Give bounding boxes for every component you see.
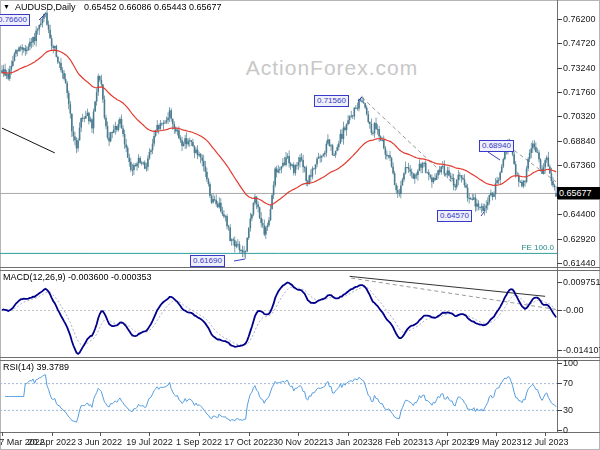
ohlc-readout: 0.65452 0.66086 0.65443 0.65677 xyxy=(84,2,222,12)
price-level-label-0.71560: 0.71560 xyxy=(314,95,349,107)
price-level-label-0.64570: 0.64570 xyxy=(437,210,472,222)
chart-window: ActionForex.com ▼ AUDUSD,Daily 0.65452 0… xyxy=(0,0,600,450)
date-axis-label: 13 Jan 2023 xyxy=(323,437,373,447)
price-axis-label: 0.64400 xyxy=(563,209,596,219)
symbol-dropdown-icon[interactable]: ▼ xyxy=(3,3,10,10)
price-level-label-0.61690: 0.61690 xyxy=(190,255,225,267)
rsi-axis-label: 30 xyxy=(563,405,573,415)
price-level-label-0.68940: 0.68940 xyxy=(479,140,514,152)
date-axis-label: 20 Apr 2022 xyxy=(27,437,76,447)
price-axis-label: 0.76200 xyxy=(563,14,596,24)
date-axis-label: 1 Sep 2022 xyxy=(176,437,222,447)
fibonacci-extension-label: FE 100.0 xyxy=(522,243,554,252)
macd-axis-label: -0.00 xyxy=(563,305,584,315)
price-axis-label: 0.71760 xyxy=(563,87,596,97)
macd-indicator-label: MACD(12,26,9) -0.003600 -0.000353 xyxy=(3,272,152,282)
price-axis-label: 0.68840 xyxy=(563,136,596,146)
current-price-tag: 0.65677 xyxy=(557,186,600,199)
price-chart-canvas[interactable] xyxy=(0,0,600,450)
price-axis-label: 0.61440 xyxy=(563,258,596,268)
rsi-axis-label: 0 xyxy=(563,425,568,435)
price-level-label-0.76600: 0.76600 xyxy=(0,14,30,26)
date-axis-label: 3 Jun 2022 xyxy=(77,437,122,447)
price-axis-label: 0.74720 xyxy=(563,38,596,48)
date-axis-label: 13 Apr 2023 xyxy=(423,437,472,447)
macd-axis-label: -0.014107 xyxy=(563,345,600,355)
date-axis-label: 29 May 2023 xyxy=(470,437,522,447)
macd-axis-label: 0.009751 xyxy=(563,277,600,287)
date-axis-label: 17 Oct 2022 xyxy=(224,437,273,447)
date-axis-label: 28 Feb 2023 xyxy=(372,437,423,447)
symbol-name: AUDUSD,Daily xyxy=(15,2,76,12)
date-axis-label: 30 Nov 2022 xyxy=(273,437,324,447)
symbol-header: ▼ AUDUSD,Daily 0.65452 0.66086 0.65443 0… xyxy=(3,2,222,12)
price-axis-label: 0.67360 xyxy=(563,160,596,170)
price-axis-label: 0.73240 xyxy=(563,63,596,73)
rsi-axis-label: 100 xyxy=(563,358,578,368)
price-axis-label: 0.70320 xyxy=(563,111,596,121)
date-axis-label: 19 Jul 2022 xyxy=(126,437,173,447)
rsi-indicator-label: RSI(14) 39.3789 xyxy=(3,362,69,372)
price-axis-label: 0.62920 xyxy=(563,234,596,244)
date-axis-label: 12 Jul 2023 xyxy=(522,437,569,447)
rsi-axis-label: 70 xyxy=(563,378,573,388)
